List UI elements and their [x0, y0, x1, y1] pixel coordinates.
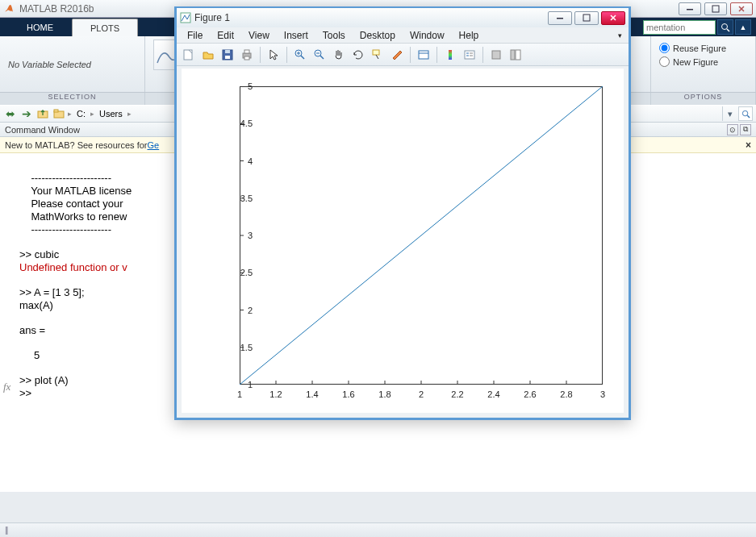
app-title: MATLAB R2016b	[19, 3, 94, 15]
reuse-figure-radio[interactable]: Reuse Figure	[659, 43, 747, 53]
svg-rect-1	[712, 6, 719, 12]
svg-rect-7	[181, 13, 190, 23]
new-figure-icon[interactable]	[180, 46, 198, 64]
svg-point-6	[742, 110, 747, 115]
menu-tools[interactable]: Tools	[315, 30, 353, 41]
path-search-button[interactable]	[738, 106, 753, 121]
new-figure-radio[interactable]: New Figure	[659, 56, 747, 67]
svg-rect-0	[687, 9, 693, 10]
zoom-in-icon[interactable]	[291, 46, 309, 64]
svg-rect-12	[225, 56, 230, 59]
menu-edit[interactable]: Edit	[210, 30, 241, 41]
save-icon[interactable]	[219, 46, 236, 64]
datacursor-icon[interactable]	[369, 46, 386, 64]
svg-rect-21	[449, 50, 452, 60]
svg-rect-9	[583, 15, 590, 21]
plot-line	[240, 86, 603, 385]
svg-rect-19	[373, 50, 379, 55]
status-bar: ||||	[0, 522, 756, 537]
svg-rect-20	[419, 51, 428, 59]
cmd-dropdown-button[interactable]: ⊙	[727, 124, 738, 135]
svg-rect-22	[465, 51, 474, 59]
legend-icon[interactable]	[461, 46, 478, 64]
figure-title: Figure 1	[194, 12, 230, 23]
menu-overflow-button[interactable]: ▾	[615, 31, 625, 40]
zoom-out-icon[interactable]	[311, 46, 328, 64]
tab-plots[interactable]: PLOTS	[72, 19, 138, 36]
crumb-users[interactable]: Users	[96, 109, 126, 119]
figure-minimize-button[interactable]	[548, 11, 572, 25]
grip-icon: ||||	[5, 526, 6, 535]
svg-rect-23	[492, 51, 500, 59]
matlab-logo-icon	[3, 3, 15, 15]
fx-icon[interactable]: fx	[3, 381, 10, 393]
ribbon-toggle-button[interactable]: ▲	[735, 19, 751, 35]
figure-close-button[interactable]	[601, 11, 625, 25]
show-tools-icon[interactable]	[507, 46, 524, 64]
search-button[interactable]	[717, 19, 733, 35]
forward-button[interactable]: ➔	[19, 106, 34, 121]
figure-canvas: 1 1.5 2 2.5 3 3.5 4 4.5 5 1 1.2 1.4 1.6 …	[182, 69, 624, 413]
menu-desktop[interactable]: Desktop	[353, 30, 403, 41]
back-button[interactable]: ⬌	[3, 106, 18, 121]
no-variable-label: No Variable Selected	[8, 60, 136, 69]
menu-window[interactable]: Window	[403, 30, 452, 41]
brush-icon[interactable]	[388, 46, 406, 64]
menu-view[interactable]: View	[241, 30, 277, 41]
getting-started-link[interactable]: Ge	[147, 140, 159, 150]
menu-help[interactable]: Help	[452, 30, 487, 41]
banner-close-button[interactable]: ×	[746, 139, 751, 151]
section-selection-label: SELECTION	[0, 93, 145, 105]
svg-rect-16	[244, 56, 249, 60]
open-icon[interactable]	[199, 46, 217, 64]
svg-rect-5	[54, 110, 58, 112]
svg-point-2	[722, 23, 728, 29]
rotate-icon[interactable]	[349, 46, 367, 64]
pointer-icon[interactable]	[265, 46, 282, 64]
minimize-button[interactable]	[679, 2, 701, 15]
figure-toolbar	[177, 44, 629, 66]
colorbar-icon[interactable]	[441, 46, 459, 64]
section-options-label: OPTIONS	[651, 93, 756, 105]
maximize-button[interactable]	[704, 2, 727, 15]
pan-icon[interactable]	[330, 46, 348, 64]
cmd-undock-button[interactable]: ⧉	[740, 124, 751, 135]
path-dropdown[interactable]: ▾	[722, 106, 737, 121]
svg-rect-8	[557, 18, 563, 19]
figure-maximize-button[interactable]	[574, 11, 599, 25]
doc-search-input[interactable]	[643, 20, 716, 35]
hide-tools-icon[interactable]	[487, 46, 505, 64]
link-icon[interactable]	[415, 46, 432, 64]
tab-home[interactable]: HOME	[8, 19, 72, 36]
figure-menubar: File Edit View Insert Tools Desktop Wind…	[177, 27, 629, 44]
figure-titlebar[interactable]: Figure 1	[177, 8, 629, 27]
close-button[interactable]	[730, 2, 753, 15]
print-icon[interactable]	[238, 46, 256, 64]
svg-rect-24	[511, 50, 515, 60]
figure-icon	[180, 12, 191, 23]
svg-rect-13	[225, 50, 230, 53]
window-controls	[679, 2, 753, 15]
crumb-c[interactable]: C:	[73, 109, 89, 119]
svg-rect-15	[244, 50, 249, 53]
figure-window: Figure 1 File Edit View Insert Tools Des…	[174, 6, 631, 420]
menu-insert[interactable]: Insert	[277, 30, 315, 41]
up-folder-button[interactable]	[36, 106, 50, 121]
svg-rect-25	[516, 50, 520, 60]
menu-file[interactable]: File	[180, 30, 210, 41]
browse-folder-button[interactable]	[52, 106, 66, 121]
